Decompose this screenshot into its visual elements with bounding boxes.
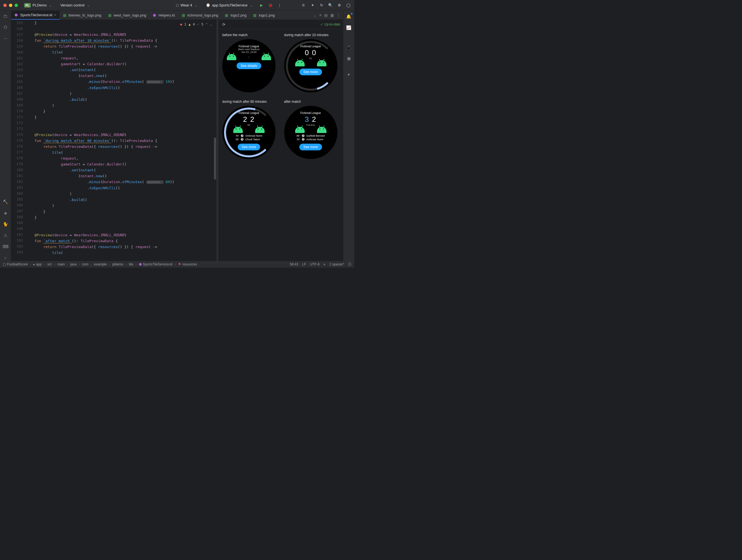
design-view-icon[interactable]: ▦: [330, 13, 334, 17]
image-file-icon: ▩: [182, 13, 186, 17]
settings-icon[interactable]: ⚙: [337, 3, 342, 8]
code-with-me-icon[interactable]: ⎘: [301, 3, 306, 8]
chevron-down-icon: [249, 3, 253, 7]
window-controls[interactable]: [3, 4, 18, 7]
android-icon: [317, 127, 326, 133]
preview-tile[interactable]: before the matchFictional LeagueBack roa…: [222, 33, 277, 92]
debug-button[interactable]: 🐞: [268, 3, 273, 8]
editor-tabs: ⬢SportsTileService.kt×▩themes_fc_logo.pn…: [11, 11, 343, 20]
notifications-icon[interactable]: 🔔: [346, 13, 352, 19]
readonly-icon[interactable]: ⎆: [323, 262, 325, 266]
more-tool-icon[interactable]: ⋯: [3, 35, 9, 42]
memory-indicator[interactable]: ⓘ: [348, 262, 352, 267]
android-icon: [295, 60, 305, 66]
git-tool-icon[interactable]: ⑂: [3, 255, 9, 261]
android-icon: [295, 127, 305, 133]
watch-face: Fictional League0 010'See more: [284, 39, 337, 92]
caret-position[interactable]: 56:43: [290, 262, 298, 266]
sync-icon[interactable]: ↻: [319, 3, 324, 8]
emulator-icon[interactable]: ▣: [346, 55, 352, 62]
search-icon[interactable]: 🔍: [328, 3, 333, 8]
chevron-down-icon[interactable]: ⌄: [313, 13, 316, 17]
warning-icon: ▲: [189, 21, 191, 28]
preview-tile[interactable]: during match after 80 minutesFictional L…: [222, 100, 277, 159]
editor-tab[interactable]: ▩logo2.png: [221, 11, 250, 19]
vcs-widget[interactable]: Version control: [58, 2, 92, 8]
breadcrumb-item[interactable]: src: [47, 262, 52, 266]
breadcrumb-item[interactable]: SportsTileService.kt: [143, 262, 172, 266]
preview-refresh-icon[interactable]: ⟳: [221, 22, 226, 27]
left-tool-rail: 🗀 ⌬ ⋯ 🔨 ◈ 🐈 ⚠ ⌨ ⑂: [0, 11, 11, 261]
breadcrumb-item[interactable]: main: [57, 262, 65, 266]
kotlin-file-icon: ⬢: [153, 13, 157, 17]
watch-face: Fictional League3 2Full-time85'⚽Garfield…: [284, 106, 337, 159]
device-manager-icon[interactable]: 📱: [346, 44, 352, 50]
more-actions[interactable]: ⋮: [277, 3, 282, 8]
tab-label: logo1.png: [259, 13, 275, 17]
split-view-icon[interactable]: ▤: [324, 13, 328, 17]
action-button[interactable]: See more: [299, 144, 322, 150]
minimize-window[interactable]: [9, 4, 12, 7]
breadcrumb-item[interactable]: app: [36, 262, 42, 266]
close-window[interactable]: [3, 4, 7, 7]
breadcrumb-item[interactable]: java: [70, 262, 76, 266]
terminal-tool-icon[interactable]: ⌨: [3, 244, 9, 250]
breadcrumb-item[interactable]: com: [82, 262, 89, 266]
more-icon[interactable]: ⋮: [336, 13, 340, 17]
breadcrumb-item[interactable]: tile: [129, 262, 133, 266]
editor-tab[interactable]: ▩logo1.png: [250, 11, 278, 19]
tab-label: themes_fc_logo.png: [69, 13, 101, 17]
breadcrumb-item[interactable]: example: [94, 262, 107, 266]
line-gutter[interactable]: 155 156 157 158 159 160 161 162 163 164 …: [11, 20, 26, 261]
editor-tab[interactable]: ⬢SportsTileService.kt×: [11, 11, 60, 19]
run-button[interactable]: ▶: [259, 3, 264, 8]
updates-icon[interactable]: ✦: [310, 3, 315, 8]
bookmarks-tool-icon[interactable]: ◈: [3, 210, 9, 216]
pane-splitter[interactable]: [216, 20, 218, 261]
android-icon: [255, 127, 265, 133]
android-icon: [262, 54, 271, 60]
project-tool-icon[interactable]: 🗀: [3, 13, 9, 19]
close-icon[interactable]: ×: [54, 13, 56, 17]
run-config-selector[interactable]: ⌚ app.SportsTileService: [204, 2, 255, 8]
list-view-icon[interactable]: ≡: [319, 13, 321, 17]
breadcrumb-icon: ⬢: [139, 262, 142, 266]
editor-tab[interactable]: ▩richmond_logo.png: [178, 11, 222, 19]
indent-widget[interactable]: 2 spaces*: [329, 262, 344, 266]
breadcrumb-icon: ▢: [3, 262, 6, 266]
code-area[interactable]: } @Preview(device = WearDevices.SMALL_RO…: [26, 20, 216, 261]
breadcrumb-icon: ⚑: [178, 262, 181, 266]
line-ending[interactable]: LF: [302, 262, 306, 266]
build-tool-icon[interactable]: 🔨: [3, 199, 9, 205]
scrollbar-thumb[interactable]: [214, 138, 216, 180]
editor-tab[interactable]: ▩west_ham_logo.png: [105, 11, 150, 19]
next-highlight-icon[interactable]: ⌄: [210, 21, 212, 28]
breadcrumb-item[interactable]: pldemo: [112, 262, 123, 266]
editor-tab[interactable]: ⬢Helpers.kt: [150, 11, 178, 19]
action-button[interactable]: See details: [236, 62, 261, 69]
preview-tile[interactable]: during match after 10 minutesFictional L…: [284, 33, 339, 92]
gradle-tool-icon[interactable]: 📈: [346, 24, 352, 31]
error-icon: ●: [180, 21, 182, 28]
watch-face: Fictional League2 280'70'⚽Ambrose Norm55…: [222, 106, 275, 159]
breadcrumb-item[interactable]: FootballScore: [7, 262, 28, 266]
file-encoding[interactable]: UTF-8: [310, 262, 319, 266]
device-selector[interactable]: ◻ Wear 4: [174, 2, 200, 8]
editor-tab[interactable]: ▩themes_fc_logo.png: [60, 11, 105, 19]
problems-tool-icon[interactable]: ⚠: [3, 233, 9, 239]
chevron-down-icon: [86, 3, 90, 7]
zoom-window[interactable]: [14, 4, 18, 7]
project-selector[interactable]: PL PLDemo: [22, 2, 54, 8]
android-icon: [233, 127, 243, 133]
services-tool-icon[interactable]: 🐈: [3, 221, 9, 227]
ai-assistant-icon[interactable]: ✦: [346, 72, 352, 78]
prev-highlight-icon[interactable]: ⌃: [206, 21, 208, 28]
breadcrumbs[interactable]: ▢FootballScore›▸app›src›main›java›com›ex…: [3, 262, 197, 266]
structure-tool-icon[interactable]: ⌬: [3, 24, 9, 30]
account-icon[interactable]: ◯: [346, 3, 351, 8]
breadcrumb-item[interactable]: resources: [182, 262, 197, 266]
preview-tile[interactable]: after matchFictional League3 2Full-time8…: [284, 100, 339, 159]
inspections-widget[interactable]: ●1 ▲4 ✓5 ⌃ ⌄: [180, 21, 212, 28]
code-editor[interactable]: ●1 ▲4 ✓5 ⌃ ⌄ 155 156 157 158 159 160 161…: [11, 20, 216, 261]
image-file-icon: ▩: [253, 13, 257, 17]
